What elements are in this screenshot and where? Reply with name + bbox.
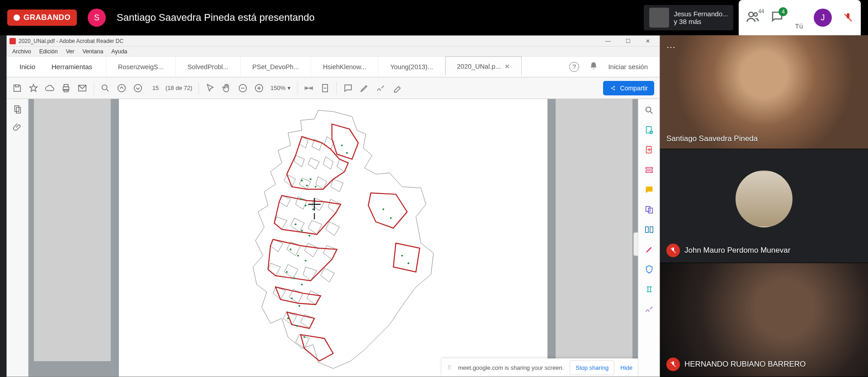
svg-point-34 [298, 305, 300, 307]
participant-chip[interactable]: Jesus Fernando... y 38 más [644, 5, 733, 30]
menu-item[interactable]: Ayuda [111, 48, 127, 55]
fit-page-icon[interactable] [320, 83, 330, 93]
doc-tab[interactable]: PSet_DevoPh... [240, 57, 311, 77]
zoom-level[interactable]: 150% ▾ [270, 85, 290, 91]
chat-button[interactable]: 4 [770, 10, 784, 25]
acrobat-menubar: Archivo Edición Ver Ventana Ayuda [7, 47, 660, 57]
help-icon[interactable]: ? [569, 62, 579, 72]
svg-point-41 [407, 262, 409, 264]
compress-icon[interactable] [644, 284, 654, 294]
more-options-icon[interactable]: ⋯ [666, 42, 676, 52]
print-icon[interactable] [61, 83, 71, 93]
page-input[interactable]: 15 [149, 85, 162, 91]
hide-link[interactable]: Hide [620, 364, 632, 371]
cloud-icon[interactable] [45, 83, 55, 93]
presenting-text: Santiago Saavedra Pineda está presentand… [117, 12, 315, 24]
people-button[interactable]: 44 [746, 10, 760, 25]
edit-pdf-icon[interactable] [644, 165, 654, 175]
you-avatar[interactable]: J [814, 9, 832, 27]
svg-point-27 [290, 249, 292, 250]
share-button[interactable]: Compartir [603, 81, 654, 95]
search-icon[interactable] [100, 83, 110, 93]
panel-collapse-handle[interactable] [633, 232, 638, 256]
highlight-icon[interactable] [359, 83, 369, 93]
svg-rect-55 [645, 227, 648, 233]
doc-tab[interactable]: Young(2013)... [378, 57, 445, 77]
menu-item[interactable]: Ventana [82, 48, 103, 55]
svg-point-20 [315, 186, 316, 188]
presenter-avatar[interactable]: S [88, 9, 106, 27]
svg-rect-16 [16, 107, 20, 113]
maximize-button[interactable]: ☐ [622, 38, 634, 44]
star-icon[interactable] [28, 83, 38, 93]
pointer-icon[interactable] [205, 83, 215, 93]
svg-point-23 [312, 208, 314, 210]
chevron-down-icon: ▾ [288, 85, 291, 91]
menu-item[interactable]: Archivo [12, 48, 31, 55]
zoom-in-icon[interactable] [254, 83, 264, 93]
presenter-initial: S [94, 13, 99, 23]
recording-badge: GRABANDO [7, 9, 77, 26]
mail-icon[interactable] [77, 83, 87, 93]
people-count: 44 [758, 8, 764, 14]
minimize-button[interactable]: — [602, 38, 614, 44]
comment-icon[interactable] [343, 83, 353, 93]
attachments-icon[interactable] [13, 123, 23, 132]
save-icon[interactable] [12, 83, 22, 93]
page-down-icon[interactable] [133, 83, 143, 93]
svg-rect-54 [648, 208, 652, 213]
video-tile[interactable]: HERNANDO RUBIANO BARRERO [660, 263, 868, 377]
sign-icon[interactable] [376, 83, 386, 93]
zoom-out-icon[interactable] [238, 83, 248, 93]
erase-icon[interactable] [392, 83, 402, 93]
doc-tab[interactable]: HsiehKlenow... [311, 57, 378, 77]
svg-point-22 [305, 205, 307, 207]
svg-rect-56 [650, 227, 652, 233]
doc-tab-active[interactable]: 2020_UNal.p...✕ [445, 57, 522, 77]
page-up-icon[interactable] [117, 83, 127, 93]
pages-panel-icon[interactable] [13, 104, 23, 114]
svg-rect-52 [646, 171, 652, 173]
create-pdf-icon[interactable] [644, 145, 654, 155]
svg-point-28 [297, 255, 299, 257]
combine-icon[interactable] [644, 205, 654, 215]
svg-rect-4 [64, 89, 68, 92]
doc-tab[interactable]: SolvedProbl... [175, 57, 240, 77]
organize-icon[interactable] [644, 225, 654, 235]
chip-more: y 38 más [674, 18, 728, 25]
bell-icon[interactable] [589, 61, 598, 72]
stop-sharing-button[interactable]: Stop sharing [570, 361, 614, 375]
close-tab-icon[interactable]: ✕ [505, 63, 510, 70]
menu-item[interactable]: Edición [39, 48, 58, 55]
mic-muted-icon[interactable] [843, 12, 854, 23]
menu-item[interactable]: Ver [66, 48, 75, 55]
acrobat-tabsbar: Inicio Herramientas RosenzweigS... Solve… [7, 57, 660, 77]
doc-tab[interactable]: RosenzweigS... [106, 57, 175, 77]
svg-point-8 [134, 84, 142, 92]
fit-width-icon[interactable] [304, 83, 314, 93]
svg-point-36 [296, 325, 298, 327]
recording-label: GRABANDO [24, 13, 71, 22]
grip-icon[interactable]: ⠿ [447, 364, 452, 371]
redact-icon[interactable] [644, 245, 654, 254]
protect-icon[interactable] [644, 264, 654, 274]
comment-tool-icon[interactable] [644, 185, 654, 195]
search-tool-icon[interactable] [644, 105, 654, 115]
hand-icon[interactable] [222, 83, 231, 93]
close-button[interactable]: ✕ [642, 38, 654, 44]
video-tile[interactable]: John Mauro Perdomo Munevar [660, 149, 868, 263]
signin-link[interactable]: Iniciar sesión [608, 63, 648, 71]
svg-point-1 [754, 13, 758, 16]
fill-sign-icon[interactable] [644, 304, 654, 314]
video-column: ⋯ Santiago Saavedra Pineda John Mauro Pe… [660, 35, 868, 377]
video-tile[interactable]: ⋯ Santiago Saavedra Pineda [660, 35, 868, 149]
document-viewport[interactable]: ⠿ meet.google.com is sharing your screen… [28, 99, 638, 377]
export-pdf-icon[interactable] [644, 125, 654, 135]
pdf-page [119, 99, 547, 377]
tools-tab[interactable]: Herramientas [43, 57, 100, 77]
svg-point-33 [291, 297, 293, 299]
svg-point-29 [305, 260, 307, 262]
acrobat-window: 2020_UNal.pdf - Adobe Acrobat Reader DC … [6, 35, 660, 377]
home-tab[interactable]: Inicio [11, 57, 43, 77]
page-info: 15 (18 de 72) [149, 85, 192, 91]
